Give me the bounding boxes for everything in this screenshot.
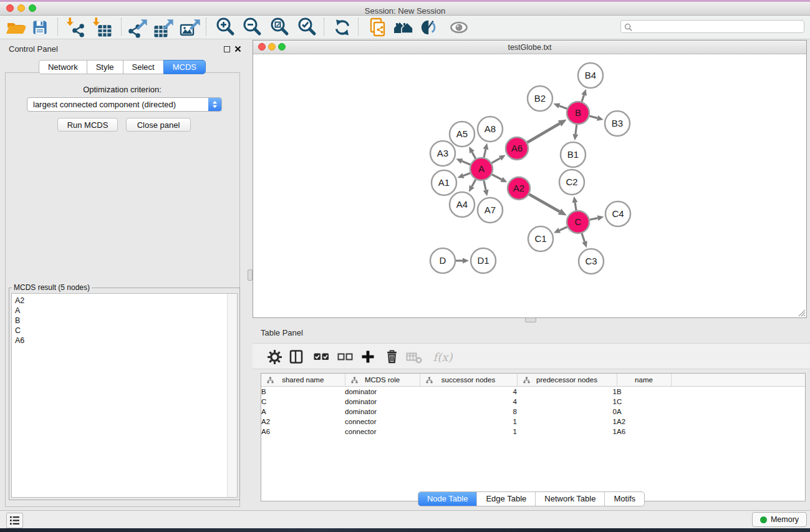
run-mcds-button[interactable]: Run MCDS (57, 118, 118, 132)
control-tab-network[interactable]: Network (39, 60, 87, 74)
zoom-in-button[interactable] (215, 17, 236, 37)
function-builder-button[interactable]: f(x) (430, 348, 455, 365)
graph-edge[interactable] (575, 203, 576, 211)
home-button[interactable] (393, 17, 414, 37)
graph-node-label: D1 (477, 255, 489, 266)
column-header-MCDS-role[interactable]: MCDS role (345, 374, 420, 387)
column-header-predecessor-nodes[interactable]: predecessor nodes (517, 374, 617, 387)
mcds-result-item[interactable]: B (12, 316, 227, 326)
table-row[interactable]: Adominator80A (261, 407, 806, 417)
sort-tree-icon (351, 377, 358, 384)
close-panel-icon[interactable] (234, 46, 241, 52)
table-cell: 0 (517, 407, 617, 417)
table-row[interactable]: A2connector11A2 (261, 417, 806, 427)
export-network-button[interactable] (126, 17, 147, 37)
memory-button[interactable]: Memory (752, 512, 807, 527)
show-columns-button[interactable] (287, 348, 305, 365)
zoom-out-button[interactable] (242, 17, 263, 37)
import-table-button[interactable] (91, 17, 112, 37)
mcds-result-list[interactable]: A2ABCA6 (11, 293, 238, 498)
table-cell: A2 (617, 417, 671, 427)
table-row[interactable]: Bdominator41B (261, 387, 806, 397)
vertical-splitter-handle[interactable] (248, 269, 253, 281)
search-field[interactable] (620, 20, 804, 33)
zoom-fit-button[interactable] (269, 17, 291, 37)
graph-edge[interactable] (576, 125, 577, 134)
refresh-button[interactable] (332, 17, 353, 37)
table-cell: B (617, 387, 671, 397)
graph-edge[interactable] (589, 116, 597, 118)
graph-node-label: B4 (585, 70, 596, 80)
graph-edge[interactable] (582, 95, 584, 102)
add-column-button[interactable] (359, 348, 377, 365)
refresh-icon (332, 17, 352, 37)
graphics-details-button[interactable] (420, 17, 441, 37)
export-table-button[interactable] (152, 17, 173, 37)
network-window-titlebar: testGlobe.txt (253, 41, 806, 54)
scrollbar-track[interactable] (227, 294, 237, 497)
tab-edge-table[interactable]: Edge Table (476, 492, 535, 506)
graph-edge[interactable] (484, 181, 486, 190)
graph-edge[interactable] (491, 158, 500, 163)
mcds-result-item[interactable]: C (12, 326, 227, 336)
control-tab-select[interactable]: Select (123, 60, 164, 74)
delete-column-button[interactable] (383, 348, 400, 365)
graph-edge[interactable] (472, 180, 476, 186)
graph-edge[interactable] (559, 106, 567, 109)
node-table[interactable]: shared nameMCDS rolesuccessor nodesprede… (261, 373, 806, 501)
graph-edge[interactable] (472, 152, 476, 159)
graph-edge[interactable] (559, 227, 567, 231)
table-cell: dominator (345, 387, 420, 397)
column-header-successor-nodes[interactable]: successor nodes (420, 374, 517, 387)
column-header-shared-name[interactable]: shared name (261, 374, 345, 387)
tab-motifs[interactable]: Motifs (604, 492, 644, 506)
export-image-button[interactable] (179, 17, 200, 37)
network-canvas[interactable]: AA1A2A3A4A5A6A7A8BB1B2B3B4CC1C2C3C4DD1 (253, 54, 806, 317)
task-history-button[interactable] (6, 513, 23, 528)
float-panel-icon[interactable] (224, 46, 230, 52)
select-all-button[interactable] (312, 348, 330, 365)
control-tab-mcds[interactable]: MCDS (163, 60, 206, 74)
table-tabs: Node TableEdge TableNetwork TableMotifs (253, 491, 810, 506)
deselect-all-button[interactable] (336, 348, 354, 365)
mcds-result-item[interactable]: A2 (12, 296, 227, 306)
graph-edge[interactable] (529, 194, 560, 211)
mcds-result-item[interactable]: A (12, 306, 227, 316)
control-tab-style[interactable]: Style (87, 60, 123, 74)
graph-edge[interactable] (462, 161, 471, 165)
graph-edge[interactable] (590, 218, 598, 220)
close-panel-button[interactable]: Close panel (126, 118, 191, 132)
search-icon (624, 22, 633, 32)
trash-icon (384, 349, 400, 365)
memory-label: Memory (771, 515, 799, 524)
table-row[interactable]: A6connector11A6 (261, 427, 806, 437)
mcds-result-box: MCDS result (5 nodes) A2ABCA6 (9, 283, 240, 500)
horizontal-splitter-handle[interactable] (525, 317, 536, 322)
search-input[interactable] (634, 21, 803, 33)
table-row[interactable]: Cdominator41C (261, 397, 806, 407)
import-network-button[interactable] (65, 17, 86, 37)
criterion-dropdown[interactable]: largest connected component (directed) (27, 97, 222, 112)
tab-node-table[interactable]: Node Table (418, 492, 477, 506)
show-hide-button[interactable] (448, 17, 470, 37)
column-header-name[interactable]: name (617, 374, 671, 387)
delete-table-button[interactable] (405, 348, 423, 365)
graph-edge[interactable] (492, 175, 502, 180)
open-session-button[interactable] (5, 17, 26, 37)
graph-edge[interactable] (582, 233, 585, 242)
table-cell: 1 (420, 417, 517, 427)
table-settings-button[interactable] (266, 348, 283, 365)
zoom-selected-button[interactable] (297, 17, 318, 37)
save-session-button[interactable] (29, 17, 51, 37)
criterion-value: largest connected component (directed) (33, 100, 176, 109)
tab-network-table[interactable]: Network Table (535, 492, 604, 506)
table-panel-title: Table Panel (261, 328, 303, 337)
graph-edge[interactable] (527, 123, 559, 142)
table-cell: C (261, 397, 345, 407)
mcds-result-item[interactable]: A6 (12, 336, 227, 346)
clone-network-button[interactable] (367, 17, 388, 37)
graph-edge[interactable] (484, 149, 486, 157)
table-cell: A (617, 407, 671, 417)
graph-edge[interactable] (463, 173, 470, 176)
resize-grip-icon[interactable] (798, 309, 806, 317)
